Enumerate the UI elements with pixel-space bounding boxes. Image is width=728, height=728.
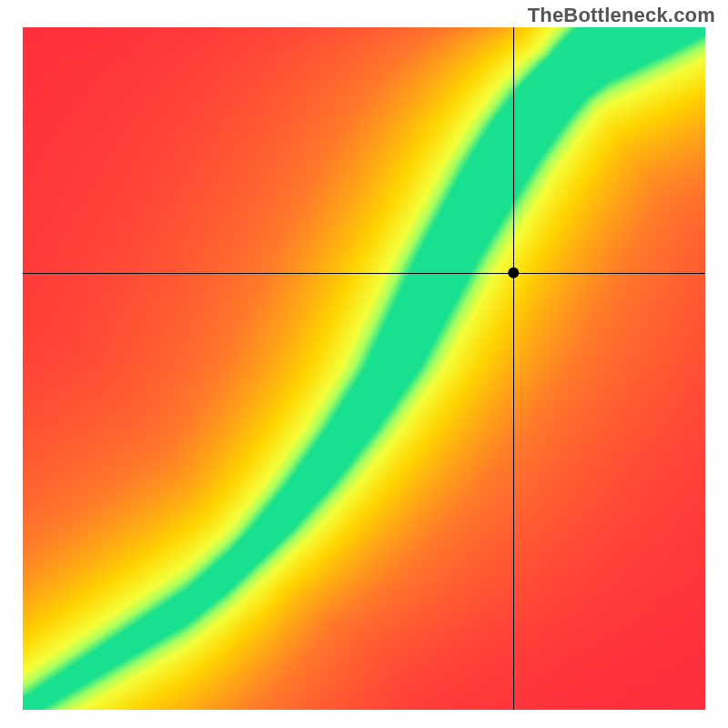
watermark: TheBottleneck.com (528, 4, 715, 27)
overlay-canvas (23, 27, 705, 710)
chart-container: TheBottleneck.com (0, 0, 728, 728)
